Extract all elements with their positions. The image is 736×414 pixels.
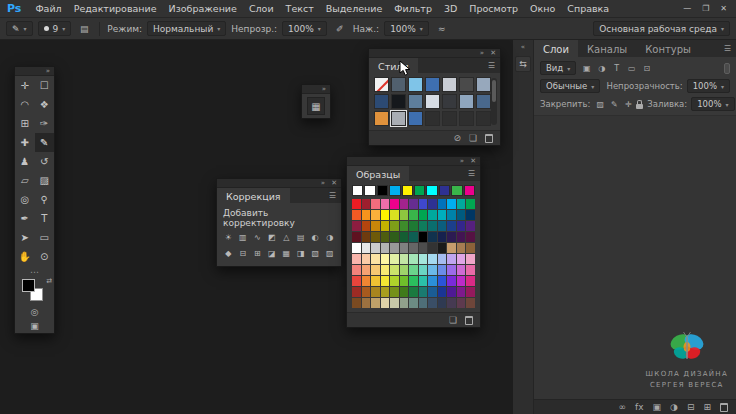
history-brush-tool-icon[interactable]: ↺: [35, 152, 55, 171]
color-swatch[interactable]: [400, 210, 409, 220]
quick-selection-tool-icon[interactable]: ❖: [35, 95, 55, 114]
marquee-tool-icon[interactable]: ☐: [35, 76, 55, 95]
color-swatch[interactable]: [438, 199, 447, 209]
recent-swatch[interactable]: [389, 185, 400, 196]
color-swatch[interactable]: [381, 298, 390, 308]
color-swatch[interactable]: [371, 199, 380, 209]
color-swatch[interactable]: [362, 287, 371, 297]
new-swatch-icon[interactable]: ❏: [449, 315, 457, 325]
gradient-map-icon[interactable]: ▧: [308, 247, 323, 260]
color-swatch[interactable]: [381, 265, 390, 275]
color-swatch[interactable]: [352, 199, 361, 209]
color-swatch[interactable]: [371, 276, 380, 286]
recent-swatch[interactable]: [439, 185, 450, 196]
rectangle-tool-icon[interactable]: ▭: [35, 228, 55, 247]
pressure-opacity-icon[interactable]: ✐: [332, 21, 348, 36]
scrollbar-thumb[interactable]: [492, 80, 496, 102]
color-swatch[interactable]: [381, 243, 390, 253]
curves-icon[interactable]: ∿: [250, 231, 265, 244]
color-swatch[interactable]: [371, 265, 380, 275]
tool-preset-picker[interactable]: ✎: [6, 21, 33, 36]
trash-icon[interactable]: [720, 403, 728, 412]
filter-pixel-layers-icon[interactable]: ▣: [580, 62, 593, 74]
color-swatch[interactable]: [447, 287, 456, 297]
color-swatch[interactable]: [352, 287, 361, 297]
style-swatch[interactable]: [408, 77, 423, 92]
color-lookup-icon[interactable]: ⊞: [250, 247, 265, 260]
filter-toggle[interactable]: [724, 63, 730, 74]
color-swatch[interactable]: [381, 287, 390, 297]
color-swatch[interactable]: [428, 265, 437, 275]
lock-pixels-icon[interactable]: ✎: [608, 98, 620, 110]
color-swatch[interactable]: [419, 210, 428, 220]
channel-mixer-icon[interactable]: ⊟: [236, 247, 251, 260]
trash-icon[interactable]: [485, 134, 493, 143]
color-swatch[interactable]: [428, 210, 437, 220]
new-adjustment-layer-icon[interactable]: ◑: [670, 402, 678, 412]
color-swatch[interactable]: [390, 243, 399, 253]
move-tool-icon[interactable]: ✛: [15, 76, 35, 95]
filter-type-layers-icon[interactable]: T: [610, 62, 623, 74]
toggle-brush-panel-icon[interactable]: ▤: [76, 21, 92, 36]
blur-tool-icon[interactable]: ◎: [15, 190, 35, 209]
close-icon[interactable]: ✕: [490, 49, 496, 57]
style-swatch[interactable]: [459, 94, 474, 109]
color-swatch[interactable]: [352, 254, 361, 264]
color-swatch[interactable]: [457, 243, 466, 253]
panel-menu-icon[interactable]: ☰: [463, 166, 480, 181]
collapsed-panel-header[interactable]: »: [302, 85, 330, 94]
color-swatch[interactable]: [409, 254, 418, 264]
screen-mode-button[interactable]: ▣: [15, 319, 54, 333]
foreground-color-swatch[interactable]: [22, 279, 35, 292]
color-swatch[interactable]: [447, 232, 456, 242]
filter-type-select[interactable]: Вид: [540, 61, 576, 75]
color-swatch[interactable]: [400, 276, 409, 286]
color-swatch[interactable]: [409, 287, 418, 297]
clear-style-icon[interactable]: ⊘: [453, 133, 461, 143]
color-swatch[interactable]: [400, 298, 409, 308]
color-swatch[interactable]: [371, 287, 380, 297]
color-swatch[interactable]: [352, 221, 361, 231]
recent-swatch[interactable]: [426, 185, 437, 196]
color-swatch[interactable]: [352, 265, 361, 275]
color-swatch[interactable]: [419, 287, 428, 297]
panel-icon[interactable]: ▦: [307, 97, 325, 115]
color-swatch[interactable]: [362, 232, 371, 242]
color-swatch[interactable]: [390, 210, 399, 220]
color-swatch[interactable]: [381, 276, 390, 286]
menu-item[interactable]: 3D: [438, 0, 463, 17]
lock-all-icon[interactable]: [636, 104, 643, 109]
color-swatch[interactable]: [362, 276, 371, 286]
gradient-tool-icon[interactable]: ▨: [35, 171, 55, 190]
color-swatch[interactable]: [457, 287, 466, 297]
color-swatch[interactable]: [419, 276, 428, 286]
style-swatch[interactable]: [374, 77, 389, 92]
crop-tool-icon[interactable]: ⊞: [15, 114, 35, 133]
color-swatch[interactable]: [457, 210, 466, 220]
color-swatch[interactable]: [438, 243, 447, 253]
style-swatch[interactable]: [442, 111, 457, 126]
color-swatch[interactable]: [438, 210, 447, 220]
color-swatch[interactable]: [400, 243, 409, 253]
link-layers-icon[interactable]: ∞: [619, 402, 627, 412]
tab-layers[interactable]: Слои: [534, 40, 578, 57]
color-swatch[interactable]: [352, 243, 361, 253]
eyedropper-tool-icon[interactable]: ✑: [35, 114, 55, 133]
style-swatch[interactable]: [459, 77, 474, 92]
swatches-panel-header[interactable]: » ✕: [347, 157, 480, 166]
color-swatch[interactable]: [362, 199, 371, 209]
menu-item[interactable]: Просмотр: [463, 0, 524, 17]
color-swatch[interactable]: [381, 210, 390, 220]
color-swatch[interactable]: [438, 287, 447, 297]
color-swatch[interactable]: [457, 298, 466, 308]
recent-swatch[interactable]: [402, 185, 413, 196]
style-swatch[interactable]: [442, 94, 457, 109]
black-white-icon[interactable]: ◑: [323, 231, 338, 244]
new-layer-icon[interactable]: ⊞: [703, 402, 711, 412]
color-swatch[interactable]: [352, 276, 361, 286]
color-swatch[interactable]: [428, 276, 437, 286]
menu-item[interactable]: Файл: [29, 0, 67, 17]
color-swatch[interactable]: [352, 232, 361, 242]
color-swatch[interactable]: [466, 221, 475, 231]
color-swatch[interactable]: [390, 265, 399, 275]
